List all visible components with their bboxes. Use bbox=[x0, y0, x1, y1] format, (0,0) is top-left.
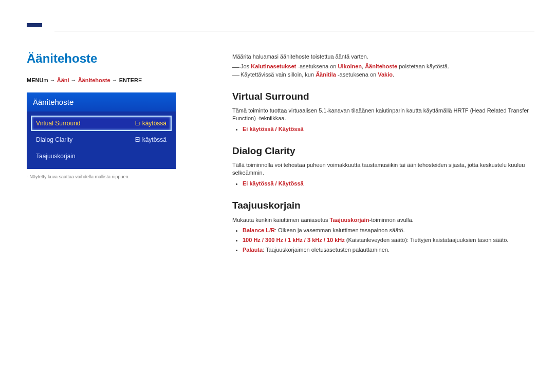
eq-reset-key: Palauta bbox=[243, 247, 263, 253]
eq-f4: 3 kHz bbox=[307, 237, 322, 243]
dc-opt-on: Käytössä bbox=[279, 180, 304, 186]
eq-balance: Balance L/R: Oikean ja vasemman kaiuttim… bbox=[243, 227, 535, 234]
eq-list: Balance L/R: Oikean ja vasemman kaiuttim… bbox=[238, 227, 535, 254]
menu-row-label: Virtual Surround bbox=[36, 120, 81, 127]
vs-para: Tämä toiminto tuottaa virtuaalisen 5.1-k… bbox=[232, 107, 535, 122]
note-2: ― Käytettävissä vain silloin, kun Ääniti… bbox=[232, 71, 535, 79]
menu-row-label: Taajuuskorjain bbox=[36, 153, 76, 160]
dc-options: Ei käytössä / Käytössä bbox=[238, 180, 535, 188]
section-heading-equalizer: Taajuuskorjain bbox=[232, 199, 535, 212]
section-heading-virtual-surround: Virtual Surround bbox=[232, 90, 535, 103]
osd-menu-body: Virtual Surround Ei käytössä Dialog Clar… bbox=[27, 111, 176, 169]
dc-option-line: Ei käytössä / Käytössä bbox=[243, 180, 535, 188]
osd-menu-panel: Äänitehoste Virtual Surround Ei käytössä… bbox=[27, 92, 176, 169]
note-1: ― Jos Kaiutinasetukset -asetuksena on Ul… bbox=[232, 63, 535, 70]
note-dash-icon: ― bbox=[232, 63, 239, 70]
header-accent bbox=[27, 23, 42, 27]
note2-mid: -asetuksena on bbox=[336, 71, 378, 78]
eq-para-pre: Mukauta kunkin kaiuttimen ääniasetus bbox=[232, 217, 330, 223]
note1-k1: Kaiutinasetukset bbox=[251, 63, 296, 69]
header-rule bbox=[54, 31, 534, 31]
note2-pre: Käytettävissä vain silloin, kun bbox=[240, 71, 316, 78]
eq-reset: Palauta: Taajuuskorjaimen oletusasetuste… bbox=[243, 246, 535, 254]
dc-para: Tällä toiminnolla voi tehostaa puheen vo… bbox=[232, 161, 535, 177]
breadcrumb-m: m bbox=[43, 77, 48, 83]
eq-f3: 1 kHz bbox=[288, 237, 303, 243]
eq-freq: 100 Hz / 300 Hz / 1 kHz / 3 kHz / 10 kHz… bbox=[243, 236, 535, 244]
breadcrumb-enter: ENTER bbox=[119, 77, 138, 83]
menu-row-label: Dialog Clarity bbox=[36, 136, 72, 143]
breadcrumb-arrow3: → bbox=[112, 77, 119, 83]
menu-row-value: Ei käytössä bbox=[135, 120, 166, 127]
note2-post: . bbox=[393, 71, 394, 78]
menu-row-equalizer[interactable]: Taajuuskorjain bbox=[31, 148, 172, 164]
vs-opt-slash: / bbox=[274, 126, 279, 132]
note1-mid1: -asetuksena on bbox=[296, 63, 338, 69]
page: Äänitehoste MENUm → Ääni → Äänitehoste →… bbox=[0, 0, 555, 392]
vs-opt-on: Käytössä bbox=[279, 126, 304, 132]
note2-k1: Äänitila bbox=[316, 71, 336, 78]
breadcrumb-e: E bbox=[138, 77, 142, 83]
eq-para-key: Taajuuskorjain bbox=[330, 217, 369, 223]
note1-k2: Ulkoinen bbox=[338, 63, 362, 69]
breadcrumb-arrow2: → bbox=[71, 77, 78, 83]
breadcrumb: MENUm → Ääni → Äänitehoste → ENTERE bbox=[27, 77, 181, 83]
page-title: Äänitehoste bbox=[27, 51, 181, 66]
footnote-dash: - bbox=[27, 174, 28, 179]
eq-fs4: / bbox=[322, 237, 327, 243]
eq-f1: 100 Hz bbox=[243, 237, 261, 243]
breadcrumb-seg2: Äänitehoste bbox=[78, 77, 110, 83]
vs-options: Ei käytössä / Käytössä bbox=[238, 125, 535, 133]
right-column: Määritä haluamasi äänitehoste toistettua… bbox=[232, 53, 535, 256]
breadcrumb-seg1: Ääni bbox=[57, 77, 69, 83]
menu-row-virtual-surround[interactable]: Virtual Surround Ei käytössä bbox=[31, 116, 172, 131]
eq-fs3: / bbox=[303, 237, 307, 243]
eq-ftxt: (Kaistanleveyden säätö): Tiettyjen kaist… bbox=[345, 237, 509, 243]
eq-f5: 10 kHz bbox=[327, 237, 345, 243]
left-column: Äänitehoste MENUm → Ääni → Äänitehoste →… bbox=[27, 51, 181, 179]
footnote-text: Näytetty kuva saattaa vaihdella mallista… bbox=[30, 174, 130, 179]
eq-para-post: -toiminnon avulla. bbox=[369, 217, 413, 223]
dc-opt-off: Ei käytössä bbox=[243, 180, 274, 186]
osd-menu-header: Äänitehoste bbox=[27, 92, 176, 111]
note1-pre: Jos bbox=[240, 63, 251, 69]
breadcrumb-arrow: → bbox=[50, 77, 57, 83]
eq-fs1: / bbox=[261, 237, 265, 243]
eq-f2: 300 Hz bbox=[265, 237, 283, 243]
left-footnote: - Näytetty kuva saattaa vaihdella mallis… bbox=[27, 174, 181, 179]
note1-post: poistetaan käytöstä. bbox=[397, 63, 449, 69]
note-dash-icon: ― bbox=[232, 71, 239, 79]
note1-k3: Äänitehoste bbox=[365, 63, 397, 69]
eq-reset-txt: : Taajuuskorjaimen oletusasetusten palau… bbox=[263, 247, 390, 253]
section-heading-dialog-clarity: Dialog Clarity bbox=[232, 144, 535, 158]
vs-opt-off: Ei käytössä bbox=[243, 126, 274, 132]
vs-option-line: Ei käytössä / Käytössä bbox=[243, 125, 535, 133]
intro-line: Määritä haluamasi äänitehoste toistettua… bbox=[232, 53, 535, 61]
note2-k2: Vakio bbox=[378, 71, 393, 78]
breadcrumb-menu: MENU bbox=[27, 77, 43, 83]
eq-fs2: / bbox=[283, 237, 288, 243]
dc-opt-slash: / bbox=[274, 180, 279, 186]
eq-balance-txt: : Oikean ja vasemman kaiuttimen tasapain… bbox=[275, 227, 405, 233]
menu-row-dialog-clarity[interactable]: Dialog Clarity Ei käytössä bbox=[31, 132, 172, 147]
eq-balance-key: Balance L/R bbox=[243, 227, 275, 233]
eq-para: Mukauta kunkin kaiuttimen ääniasetus Taa… bbox=[232, 216, 535, 224]
menu-row-value: Ei käytössä bbox=[135, 136, 166, 143]
